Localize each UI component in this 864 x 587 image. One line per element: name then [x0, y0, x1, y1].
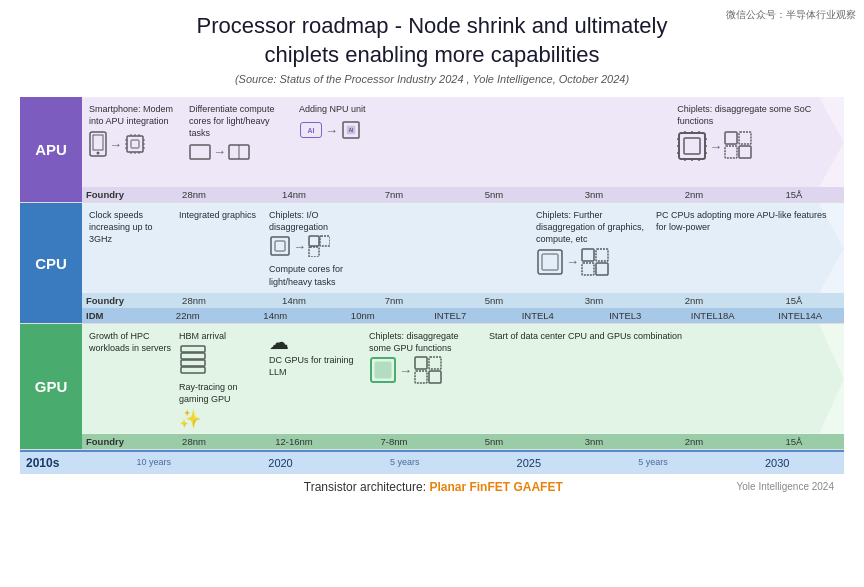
timeline-val-4: 2025 [517, 457, 541, 469]
gpu-section: GPU Growth of HPC workloads in servers H… [20, 324, 844, 449]
subtitle: (Source: Status of the Processor Industr… [20, 73, 844, 85]
cpu-idm-values: 22nm 14nm 10nm INTEL7 INTEL4 INTEL3 INTE… [144, 310, 844, 321]
watermark: 微信公众号：半导体行业观察 [726, 8, 856, 22]
cpu-label: CPU [20, 203, 82, 323]
apu-label: APU [20, 97, 82, 202]
apu-foundry-strip: Foundry 28nm 14nm 7nm 5nm 3nm 2nm 15Å [82, 187, 844, 202]
footer-text: Transistor architecture: Planar FinFET G… [130, 480, 737, 494]
apu-foundry-values: 28nm 14nm 7nm 5nm 3nm 2nm 15Å [144, 189, 844, 200]
cpu-idm-strip: IDM 22nm 14nm 10nm INTEL7 INTEL4 INTEL3 … [82, 308, 844, 323]
footer-credit: Yole Intelligence 2024 [737, 481, 835, 492]
gpu-body: Growth of HPC workloads in servers HBM a… [82, 324, 844, 448]
cpu-content: Clock speeds increasing up to 3GHz Integ… [82, 203, 844, 293]
page-container: 微信公众号：半导体行业观察 Processor roadmap - Node s… [0, 0, 864, 504]
cpu-foundry-values: 28nm 14nm 7nm 5nm 3nm 2nm 15Å [144, 295, 844, 306]
timeline-values: 10 years 2020 5 years 2025 5 years 2030 [88, 457, 838, 469]
cpu-section: CPU Clock speeds increasing up to 3GHz I… [20, 203, 844, 324]
apu-content: Smartphone: Modem into APU integration → [82, 97, 844, 187]
apu-body: Smartphone: Modem into APU integration → [82, 97, 844, 202]
timeline-section: 2010s 10 years 2020 5 years 2025 5 years… [20, 450, 844, 474]
gpu-foundry-strip: Foundry 28nm 12-16nm 7-8nm 5nm 3nm 2nm 1… [82, 434, 844, 449]
gpu-foundry-values: 28nm 12-16nm 7-8nm 5nm 3nm 2nm 15Å [144, 436, 844, 447]
timeline-val-6: 2030 [765, 457, 789, 469]
cpu-body: Clock speeds increasing up to 3GHz Integ… [82, 203, 844, 323]
timeline-val-5: 5 years [638, 457, 668, 469]
main-title: Processor roadmap - Node shrink and ulti… [20, 12, 844, 69]
footer: Transistor architecture: Planar FinFET G… [20, 480, 844, 494]
apu-section: APU Smartphone: Modem into APU integrati… [20, 97, 844, 203]
timeline-val-2: 2020 [268, 457, 292, 469]
gpu-label: GPU [20, 324, 82, 448]
cpu-foundry-strip: Foundry 28nm 14nm 7nm 5nm 3nm 2nm 15Å [82, 293, 844, 308]
gpu-content: Growth of HPC workloads in servers HBM a… [82, 324, 844, 433]
timeline-val-3: 5 years [390, 457, 420, 469]
timeline-val-1: 10 years [137, 457, 172, 469]
